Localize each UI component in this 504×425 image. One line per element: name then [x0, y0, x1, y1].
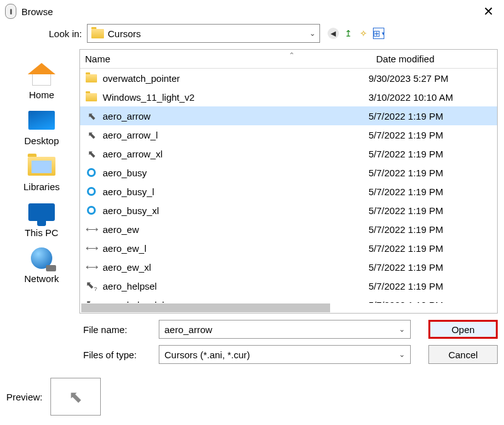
folder-icon [86, 74, 97, 82]
filetype-label: Files of type: [83, 349, 152, 360]
folder-icon [86, 93, 97, 101]
resize-ew-icon: ⟷ [86, 224, 97, 234]
file-name: aero_ew [103, 224, 369, 235]
file-date: 5/7/2022 1:19 PM [369, 243, 495, 254]
home-icon [28, 63, 55, 74]
file-date: 5/7/2022 1:19 PM [369, 281, 495, 292]
file-pane: Name ⌃ Date modified overwatch_pointer9/… [79, 49, 498, 314]
file-name: aero_arrow [103, 111, 369, 122]
file-row[interactable]: ⬉aero_arrow_xl5/7/2022 1:19 PM [80, 144, 497, 163]
help-cursor-icon: ⬉? [86, 279, 97, 292]
file-row[interactable]: ⬉aero_arrow5/7/2022 1:19 PM [80, 106, 497, 125]
filename-label: File name: [83, 324, 152, 335]
places-bar: Home Desktop Libraries This PC Network [6, 49, 77, 314]
file-row[interactable]: aero_busy_l5/7/2022 1:19 PM [80, 182, 497, 201]
file-name: Windows_11_light_v2 [103, 92, 369, 103]
chevron-down-icon: ⌄ [309, 29, 316, 38]
cursor-icon: ⬉ [88, 110, 96, 122]
preview-label: Preview: [6, 392, 43, 402]
cursor-icon: ⬉ [88, 129, 96, 141]
file-name: aero_arrow_xl [103, 149, 369, 159]
place-network[interactable]: Network [6, 244, 77, 284]
file-date: 5/7/2022 1:19 PM [369, 262, 495, 273]
file-name: aero_ew_xl [103, 262, 369, 273]
resize-ew-icon: ⟷ [86, 243, 97, 253]
file-name: aero_ew_l [103, 243, 369, 254]
place-home-label: Home [29, 89, 54, 100]
file-row[interactable]: ⟷aero_ew5/7/2022 1:19 PM [80, 220, 497, 239]
chevron-down-icon: ⌄ [399, 325, 405, 334]
file-name: overwatch_pointer [103, 73, 369, 84]
place-home[interactable]: Home [6, 60, 77, 100]
place-libraries-label: Libraries [23, 181, 60, 192]
file-row[interactable]: ⬉aero_arrow_l5/7/2022 1:19 PM [80, 125, 497, 144]
place-network-label: Network [24, 273, 59, 284]
cancel-button[interactable]: Cancel [428, 345, 498, 364]
sort-up-icon: ⌃ [289, 51, 295, 60]
place-thispc[interactable]: This PC [6, 198, 77, 238]
file-row[interactable]: ⟷aero_ew_l5/7/2022 1:19 PM [80, 239, 497, 258]
network-icon [31, 247, 52, 269]
file-row[interactable]: aero_busy5/7/2022 1:19 PM [80, 163, 497, 182]
file-row[interactable]: overwatch_pointer9/30/2023 5:27 PM [80, 69, 497, 88]
desktop-icon [28, 111, 55, 130]
file-row[interactable]: aero_busy_xl5/7/2022 1:19 PM [80, 201, 497, 220]
cursor-preview-icon: ⬉ [69, 387, 83, 407]
file-date: 5/7/2022 1:19 PM [369, 130, 495, 140]
filetype-select[interactable]: Cursors (*.ani, *.cur) ⌄ [159, 345, 411, 364]
window-title: Browse [21, 6, 53, 17]
up-one-level-icon[interactable]: ↥ [343, 28, 354, 39]
file-name: aero_helpsel [103, 281, 369, 292]
file-date: 3/10/2022 10:10 AM [369, 92, 495, 103]
file-row[interactable]: ⬉?aero_helpsel_l5/7/2022 1:19 PM [80, 295, 497, 303]
chevron-down-icon: ⌄ [399, 350, 405, 359]
libraries-icon [28, 157, 55, 176]
mouse-icon [5, 4, 16, 19]
back-icon[interactable]: ◄ [328, 28, 339, 39]
file-name: aero_busy [103, 167, 369, 178]
column-name[interactable]: Name [80, 50, 371, 68]
file-name: aero_busy_l [103, 186, 369, 197]
filename-value: aero_arrow [164, 324, 212, 335]
lookin-select[interactable]: Cursors ⌄ [87, 24, 320, 43]
filetype-value: Cursors (*.ani, *.cur) [164, 349, 250, 360]
file-date: 9/30/2023 5:27 PM [369, 73, 495, 84]
file-name: aero_arrow_l [103, 130, 369, 140]
busy-icon [87, 187, 96, 196]
cursor-icon: ⬉ [88, 148, 96, 160]
file-date: 5/7/2022 1:19 PM [369, 205, 495, 216]
lookin-value: Cursors [108, 28, 141, 39]
new-folder-icon[interactable]: ✧ [358, 28, 369, 39]
file-date: 5/7/2022 1:19 PM [369, 149, 495, 159]
file-row[interactable]: ⬉?aero_helpsel5/7/2022 1:19 PM [80, 276, 497, 295]
view-menu-icon[interactable]: ⊞▾ [373, 28, 384, 39]
file-date: 5/7/2022 1:19 PM [369, 186, 495, 197]
column-date[interactable]: Date modified [371, 50, 497, 68]
place-desktop-label: Desktop [24, 135, 59, 146]
file-row[interactable]: Windows_11_light_v23/10/2022 10:10 AM [80, 88, 497, 106]
folder-icon [91, 29, 104, 38]
busy-icon [87, 168, 96, 177]
file-date: 5/7/2022 1:19 PM [369, 167, 495, 178]
file-date: 5/7/2022 1:19 PM [369, 224, 495, 235]
file-date: 5/7/2022 1:19 PM [369, 111, 495, 122]
preview-box: ⬉ [50, 378, 101, 416]
place-thispc-label: This PC [25, 227, 58, 238]
close-button[interactable]: ✕ [479, 5, 498, 18]
thispc-icon [28, 203, 55, 221]
open-button[interactable]: Open [428, 320, 498, 339]
resize-ew-icon: ⟷ [86, 262, 97, 272]
file-row[interactable]: ⟷aero_ew_xl5/7/2022 1:19 PM [80, 258, 497, 276]
lookin-label: Look in: [6, 28, 82, 39]
file-name: aero_busy_xl [103, 205, 369, 216]
place-desktop[interactable]: Desktop [6, 106, 77, 146]
horizontal-scrollbar[interactable] [80, 303, 497, 313]
help-cursor-icon: ⬉? [86, 298, 97, 303]
place-libraries[interactable]: Libraries [6, 152, 77, 192]
file-list[interactable]: overwatch_pointer9/30/2023 5:27 PMWindow… [80, 69, 497, 303]
busy-icon [87, 206, 96, 215]
filename-input[interactable]: aero_arrow ⌄ [159, 320, 411, 339]
